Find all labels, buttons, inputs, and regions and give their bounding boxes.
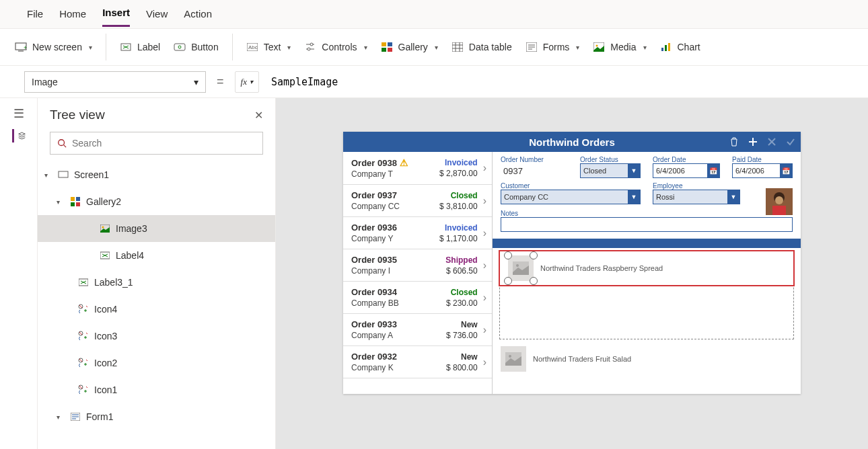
text-btn-label: Text	[264, 42, 281, 52]
add-icon[interactable]	[747, 136, 759, 148]
tree-item-label4[interactable]: Label4	[38, 242, 275, 269]
svg-rect-32	[59, 171, 68, 177]
label-btn-label: Label	[137, 42, 160, 52]
order-row[interactable]: Order 0937Company CCClosed$ 3,810.00›	[343, 185, 492, 217]
media-button[interactable]: Media ▾	[586, 37, 653, 57]
svg-point-30	[59, 140, 65, 146]
controls-btn-label: Controls	[322, 42, 357, 52]
tree-item-icon3[interactable]: Icon3	[38, 323, 275, 350]
lbl-paid-date: Paid Date	[732, 156, 793, 163]
svg-rect-35	[71, 202, 75, 206]
fld-order-status[interactable]: Closed▼	[580, 163, 641, 178]
tree-item-icon2[interactable]: Icon2	[38, 350, 275, 376]
svg-rect-29	[668, 43, 670, 51]
lbl-order-number: Order Number	[501, 156, 568, 163]
svg-line-48	[79, 386, 82, 389]
tab-insert[interactable]: Insert	[102, 7, 130, 27]
image-icon	[98, 222, 112, 235]
tree-view-title: Tree view	[50, 108, 105, 122]
order-row[interactable]: Order 0932Company KNew$ 800.00›	[343, 346, 492, 378]
tree-item-screen1[interactable]: ▾Screen1	[38, 161, 275, 188]
fld-paid-date[interactable]: 6/4/2006📅	[732, 163, 793, 178]
svg-rect-15	[388, 48, 392, 52]
svg-line-44	[79, 332, 82, 335]
svg-line-46	[79, 359, 82, 362]
new-screen-button[interactable]: + New screen ▾	[8, 37, 99, 57]
gallery-button[interactable]: Gallery ▾	[374, 37, 445, 57]
forms-button[interactable]: Forms ▾	[519, 37, 587, 57]
tree-item-icon1[interactable]: Icon1	[38, 376, 275, 403]
search-input[interactable]	[72, 138, 256, 149]
section-bar	[493, 239, 801, 248]
order-row[interactable]: Order 0936Company YInvoiced$ 1,170.00›	[343, 217, 492, 249]
tree-item-label3-1[interactable]: Label3_1	[38, 269, 275, 296]
button-button[interactable]: Button	[167, 37, 225, 57]
search-icon	[57, 138, 67, 148]
svg-rect-16	[452, 42, 463, 52]
tree-item-image3[interactable]: Image3	[38, 215, 275, 242]
tree-item-icon4[interactable]: Icon4	[38, 296, 275, 323]
tab-home[interactable]: Home	[59, 8, 86, 26]
chevron-down-icon: ▾	[576, 44, 579, 51]
line-items: Northwind Traders Raspberry Spread North…	[493, 248, 801, 394]
order-row[interactable]: Order 0933Company ANew$ 736.00›	[343, 314, 492, 346]
icon-icon	[77, 383, 90, 397]
chevron-right-icon: ›	[483, 195, 486, 207]
chevron-down-icon: ▼	[628, 164, 640, 177]
media-btn-label: Media	[610, 42, 636, 52]
line-item-name: Northwind Traders Raspberry Spread	[540, 264, 663, 272]
gallery-btn-label: Gallery	[398, 42, 428, 52]
line-item-row[interactable]: Northwind Traders Fruit Salad	[493, 342, 801, 376]
canvas[interactable]: Northwind Orders Order 0938 ⚠Company TIn…	[276, 98, 868, 449]
controls-button[interactable]: Controls ▾	[297, 37, 373, 57]
chevron-right-icon: ›	[483, 227, 486, 239]
text-button[interactable]: Abc Text ▾	[240, 37, 298, 57]
tree-view-icon[interactable]	[12, 129, 26, 142]
cancel-icon[interactable]	[766, 136, 778, 148]
chart-button[interactable]: Chart	[653, 37, 707, 57]
formula-input[interactable]	[266, 71, 861, 93]
close-icon[interactable]: ✕	[254, 109, 263, 122]
gallery-icon	[69, 195, 82, 208]
tree-item-gallery2[interactable]: ▾Gallery2	[38, 188, 275, 215]
line-item-row[interactable]: Northwind Traders Raspberry Spread	[499, 250, 795, 286]
screen-icon: +	[15, 41, 27, 53]
chevron-right-icon: ›	[483, 356, 486, 368]
image-placeholder-icon	[501, 346, 526, 372]
tab-action[interactable]: Action	[184, 8, 212, 26]
hamburger-icon[interactable]: ☰	[13, 106, 24, 121]
tree-item-form1[interactable]: ▾Form1	[38, 403, 275, 430]
order-row[interactable]: Order 0938 ⚠Company TInvoiced$ 2,870.00›	[343, 152, 492, 185]
new-screen-label: New screen	[32, 42, 82, 52]
fld-employee[interactable]: Rossi▼	[653, 190, 740, 204]
label-icon	[77, 276, 90, 289]
lbl-order-status: Order Status	[580, 156, 641, 163]
separator	[232, 34, 233, 60]
order-list[interactable]: Order 0938 ⚠Company TInvoiced$ 2,870.00›…	[343, 152, 493, 394]
line-item-name: Northwind Traders Fruit Salad	[533, 355, 631, 363]
order-row[interactable]: Order 0934Company BBClosed$ 230.00›	[343, 282, 492, 314]
image-placeholder-icon[interactable]	[508, 255, 534, 281]
svg-text:+: +	[24, 44, 27, 51]
svg-point-62	[516, 264, 519, 267]
label-button[interactable]: Label	[113, 37, 167, 57]
tab-file[interactable]: File	[27, 8, 43, 26]
order-row[interactable]: Order 0935Company IShipped$ 606.50›	[343, 249, 492, 282]
icon-icon	[77, 356, 90, 370]
svg-text:Abc: Abc	[248, 44, 258, 50]
notes-input[interactable]	[501, 217, 793, 232]
property-selector[interactable]: Image ▾	[24, 71, 206, 93]
tree-search[interactable]	[50, 132, 263, 155]
svg-point-5	[178, 46, 181, 48]
chevron-down-icon: ▾	[194, 77, 198, 87]
fld-order-date[interactable]: 6/4/2006📅	[653, 163, 720, 178]
fx-button[interactable]: fx ▾	[235, 71, 259, 93]
check-icon[interactable]	[785, 136, 797, 148]
chevron-down-icon: ▾	[643, 44, 647, 51]
label-icon	[120, 41, 132, 53]
tab-view[interactable]: View	[146, 8, 168, 26]
svg-rect-33	[71, 197, 75, 201]
datatable-button[interactable]: Data table	[445, 37, 519, 57]
fld-customer[interactable]: Company CC▼	[501, 190, 641, 204]
trash-icon[interactable]	[728, 136, 740, 148]
